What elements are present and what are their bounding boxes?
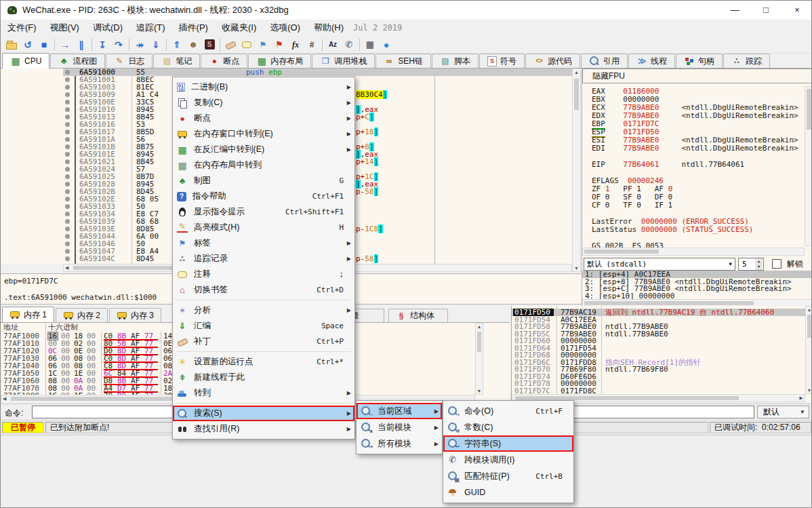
menu-item-search-string[interactable]: “字符串(S) xyxy=(443,435,573,452)
menu-item-search-region[interactable]: ▫当前区域▶ xyxy=(357,403,442,419)
run-button[interactable]: → xyxy=(57,37,73,52)
menu-item-mnemonic-brief[interactable]: 显示指令提示Ctrl+Shift+F1 xyxy=(173,204,354,220)
stack-row[interactable]: 0171FD7077B69F80ntdll.77B69F80 xyxy=(512,366,805,373)
tab-symbols[interactable]: S符号 xyxy=(479,54,525,68)
calculator-button[interactable]: ▦ xyxy=(362,37,378,52)
tab-log[interactable]: ✎日志 xyxy=(106,54,153,68)
argument-row[interactable]: 4: [esp+10] 00000000 xyxy=(582,292,812,300)
menu-item-find-references[interactable]: 查找引用(R)▶ xyxy=(173,421,354,437)
open-button[interactable] xyxy=(3,37,20,52)
calling-convention-select[interactable]: 默认 (stdcall)▼ xyxy=(584,258,735,271)
tab-memory-map[interactable]: ▦内存布局 xyxy=(248,54,311,68)
minimize-button[interactable]: — xyxy=(719,1,750,20)
hash-button[interactable]: # xyxy=(304,37,320,52)
dump-tab[interactable]: 内存 2 xyxy=(56,308,108,322)
menu-item-search-guid[interactable]: GUID xyxy=(443,484,573,501)
breakpoint-dot-icon[interactable] xyxy=(65,122,70,127)
breakpoint-dot-icon[interactable] xyxy=(65,144,70,149)
menu-item-patch[interactable]: 补丁Ctrl+P xyxy=(173,334,354,349)
menubar-item-3[interactable]: 追踪(T) xyxy=(129,20,172,36)
font-az-button[interactable]: Az xyxy=(325,37,341,52)
menu-item-assemble[interactable]: ⇓汇编Space xyxy=(173,318,354,334)
menubar-item-0[interactable]: 文件(F) xyxy=(1,20,43,36)
stack-row[interactable]: 0171FD5C77B9ABE0ntdll.77B9ABE0 xyxy=(512,330,805,338)
memory-vertical-scrollbar[interactable]: ▲▼ xyxy=(475,323,483,395)
menu-item-search-constant[interactable]: #常数(C) xyxy=(443,419,573,435)
tab-handles[interactable]: 句柄 xyxy=(676,54,723,68)
menu-item-new-origin[interactable]: ✳设置新的运行点Ctrl+* xyxy=(173,354,354,370)
tab-references[interactable]: 引用 xyxy=(581,54,628,68)
step-out-button[interactable]: ⇑ xyxy=(169,37,185,52)
tab-graph[interactable]: ♣流程图 xyxy=(50,54,105,68)
pause-button[interactable]: ∥ xyxy=(73,37,89,52)
step-into-button[interactable]: ↧ xyxy=(94,37,110,52)
tab-seh-chain[interactable]: ∞SEH链 xyxy=(375,54,431,68)
hide-fpu-button[interactable]: 隐藏FPU xyxy=(582,69,812,83)
stack-row[interactable]: 0171FD74D60FE6D6 xyxy=(512,373,805,380)
phone-button[interactable]: ✆ xyxy=(341,37,357,52)
spinner-arrows-icon[interactable]: ▲▼ xyxy=(755,258,763,270)
argument-count-spinner[interactable]: 5▲▼ xyxy=(738,258,764,271)
tab-script[interactable]: ▤脚本 xyxy=(432,54,479,68)
menu-item-search-intermodular[interactable]: ✆跨模块调用(I) xyxy=(443,452,573,468)
stack-row[interactable]: 0171FD5077B9AC19返回到 ntdll.77B9AC19 自 ntd… xyxy=(512,309,805,316)
breakpoint-dot-icon[interactable] xyxy=(65,100,70,104)
menubar-item-2[interactable]: 调试(D) xyxy=(86,20,129,36)
breakpoint-dot-icon[interactable] xyxy=(65,234,70,239)
menubar-item-4[interactable]: 插件(P) xyxy=(172,20,215,36)
breakpoint-dot-icon[interactable] xyxy=(65,77,70,82)
patches-button[interactable] xyxy=(222,37,239,52)
dump-tab[interactable]: 内存 3 xyxy=(109,308,161,322)
menubar-item-1[interactable]: 视图(V) xyxy=(43,20,86,36)
restart-button[interactable]: ↺ xyxy=(20,37,36,52)
breakpoint-dot-icon[interactable] xyxy=(65,174,70,179)
tab-trace[interactable]: ∴跟踪 xyxy=(723,54,770,68)
menu-item-graph[interactable]: ♣制图G xyxy=(173,173,354,189)
comments-button[interactable] xyxy=(239,37,255,52)
labels-button[interactable]: ⚑ xyxy=(255,37,271,52)
internet-button[interactable]: ● xyxy=(378,37,394,52)
breakpoint-dot-icon[interactable] xyxy=(65,130,70,134)
execute-till-return-button[interactable]: ⇓ xyxy=(148,37,164,52)
menu-item-search-command[interactable]: ›命令(O)Ctrl+F xyxy=(443,403,573,419)
breakpoint-dot-icon[interactable] xyxy=(65,70,70,75)
tab-source[interactable]: <>源代码 xyxy=(525,54,580,68)
menubar-item-6[interactable]: 选项(O) xyxy=(263,20,307,36)
menu-item-analyze[interactable]: ✶分析▶ xyxy=(173,302,354,318)
menu-item-breakpoint[interactable]: ●断点▶ xyxy=(173,111,354,126)
breakpoint-dot-icon[interactable] xyxy=(65,241,70,246)
breakpoint-dot-icon[interactable] xyxy=(65,92,70,97)
menu-item-follow-dump[interactable]: 在内存窗口中转到(E)▶ xyxy=(173,126,354,142)
breakpoint-dot-icon[interactable] xyxy=(65,107,70,112)
menu-item-search[interactable]: 搜索(S)▶ xyxy=(173,406,354,421)
scylla-button[interactable]: S xyxy=(201,37,218,52)
bookmarks-button[interactable]: ⚑ xyxy=(271,37,287,52)
breakpoint-dot-icon[interactable] xyxy=(65,115,70,119)
menu-item-follow-disasm[interactable]: ▦在反汇编中转到(E)▶ xyxy=(173,142,354,157)
menubar-item-7[interactable]: 帮助(H) xyxy=(307,20,350,36)
breakpoint-dot-icon[interactable] xyxy=(65,167,70,172)
stack-row[interactable]: 0171FD7C0171FD8C xyxy=(512,387,805,395)
breakpoint-dot-icon[interactable] xyxy=(65,204,70,209)
registers-vertical-scrollbar[interactable] xyxy=(805,86,812,246)
stack-vertical-scrollbar[interactable]: ▲▼ xyxy=(805,306,812,394)
registers-horizontal-scrollbar[interactable] xyxy=(582,248,805,256)
menu-item-copy[interactable]: 复制(C)▶ xyxy=(173,95,354,111)
tab-cpu[interactable]: ▦CPU xyxy=(2,53,49,69)
column-header-address[interactable]: 地址 xyxy=(3,323,18,332)
close-button[interactable]: × xyxy=(781,1,812,20)
breakpoint-dot-icon[interactable] xyxy=(65,227,70,231)
breakpoint-dot-icon[interactable] xyxy=(65,189,70,194)
run-to-user-code-button[interactable]: ↠ xyxy=(131,37,148,52)
menu-item-label[interactable]: ⚑标签▶ xyxy=(173,235,354,251)
menu-item-trace-record[interactable]: ∴追踪记录▶ xyxy=(173,251,354,267)
menu-item-follow-memmap[interactable]: ▦在内存布局中转到 xyxy=(173,157,354,173)
tab-threads[interactable]: ≫线程 xyxy=(628,54,675,68)
breakpoint-dot-icon[interactable] xyxy=(65,152,70,157)
stack-row[interactable]: 0171FD6000000000 xyxy=(512,337,805,345)
breakpoint-dot-icon[interactable] xyxy=(65,249,70,254)
stack-view[interactable]: 0171FD5077B9AC19返回到 ntdll.77B9AC19 自 ntd… xyxy=(511,306,812,402)
breakpoint-dot-icon[interactable] xyxy=(65,159,70,164)
breakpoint-dot-icon[interactable] xyxy=(65,256,70,261)
stack-row[interactable]: 0171FD640171FD54 xyxy=(512,345,805,352)
